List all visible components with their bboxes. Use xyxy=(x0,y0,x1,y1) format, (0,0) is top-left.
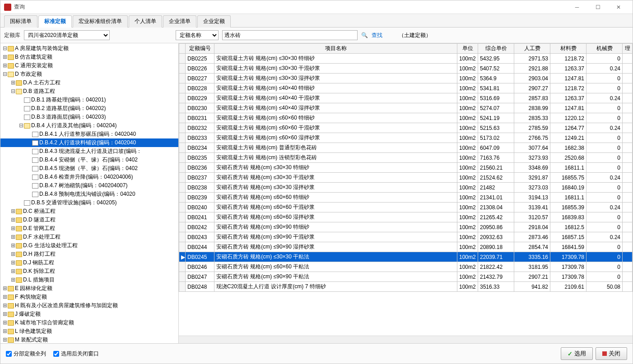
row-selector[interactable] xyxy=(179,93,186,103)
table-row[interactable]: DB0232 安砌混凝土方砖 规格(cm) ≤60×60 干混砂浆 100m2 … xyxy=(179,123,633,133)
tree-toggle-icon[interactable]: ⊞ xyxy=(10,234,16,240)
tree-toggle-icon[interactable]: ⊞ xyxy=(2,311,8,317)
library-select[interactable]: 四川省2020清单定额 xyxy=(24,30,110,40)
tree-node[interactable]: D.B.4.4 安砌侧（平、缘）石(编码：0402 xyxy=(0,156,178,164)
table-row[interactable]: DB0248 现浇C20混凝土人行道 设计厚度(cm) 7 特细砂 100m2 … xyxy=(179,282,633,292)
tree-node[interactable]: ⊞E 园林绿化定额 xyxy=(0,284,178,293)
table-row[interactable]: DB0239 安砌石质方砖 规格(cm) ≤60×60 特细砂 100m2 21… xyxy=(179,193,633,203)
row-selector[interactable] xyxy=(179,163,186,173)
tree-node[interactable]: ⊞J 爆破定额 xyxy=(0,310,178,318)
table-row[interactable]: DB0226 安砌混凝土方砖 规格(cm) ≤30×30 干混砂浆 100m2 … xyxy=(179,64,633,74)
tree-node[interactable]: ⊞D.J 钢筋工程 xyxy=(0,258,178,267)
col-header[interactable]: 综合单价 xyxy=(478,44,514,54)
table-row[interactable]: DB0244 安砌石质方砖 规格(cm) ≤90×90 湿拌砂浆 100m2 2… xyxy=(179,242,633,252)
col-header[interactable]: 材料费 xyxy=(550,44,586,54)
tree-node[interactable]: D.B.5 交通管理设施(编码：040205) xyxy=(0,198,178,207)
tree-node[interactable]: ⊞D.L 措施项目 xyxy=(0,276,178,284)
tree-node[interactable]: D.B.4.6 检查井升降(编码：040204006) xyxy=(0,173,178,181)
tree-toggle-icon[interactable]: ⊞ xyxy=(10,259,16,266)
tree-toggle-icon[interactable]: ⊞ xyxy=(2,319,8,326)
tree-toggle-icon[interactable]: ⊞ xyxy=(10,217,16,223)
table-row[interactable]: DB0243 安砌石质方砖 规格(cm) ≤90×90 干混砂浆 100m2 2… xyxy=(179,232,633,242)
col-header[interactable]: 定额编号 xyxy=(186,44,214,54)
table-row[interactable]: DB0234 安砌混凝土方砖 规格(cm) 普通型彩色花砖 100m2 6047… xyxy=(179,143,633,153)
tree-node[interactable]: ⊟D.B.4 人行道及其他(编码：040204) xyxy=(0,121,178,130)
table-row[interactable]: DB0238 安砌石质方砖 规格(cm) ≤30×30 湿拌砂浆 100m2 2… xyxy=(179,183,633,193)
tree-node[interactable]: ⊞K 城市地下综合管廊定额 xyxy=(0,318,178,327)
table-row[interactable]: DB0241 安砌石质方砖 规格(cm) ≤60×60 湿拌砂浆 100m2 2… xyxy=(179,212,633,222)
tree-node[interactable]: ⊞D.K 拆除工程 xyxy=(0,267,178,276)
tree-node[interactable]: ⊞D.A 土石方工程 xyxy=(0,78,178,87)
col-header[interactable]: 理 xyxy=(623,44,633,54)
tree-node[interactable]: D.B.4.7 树池砌筑(编码：040204007) xyxy=(0,181,178,190)
row-selector[interactable] xyxy=(179,173,186,183)
search-input[interactable] xyxy=(222,30,358,40)
tree-node[interactable]: ⊞F 构筑物定额 xyxy=(0,293,178,301)
row-selector[interactable] xyxy=(179,222,186,232)
tree-node[interactable]: ⊞D.E 管网工程 xyxy=(0,224,178,233)
maximize-button[interactable]: ☐ xyxy=(587,0,608,14)
search-link[interactable]: 查找 xyxy=(372,32,382,39)
row-selector[interactable] xyxy=(179,242,186,252)
checkbox-close-after[interactable]: 选用后关闭窗口 xyxy=(53,350,99,358)
select-button[interactable]: ✓ 选用 xyxy=(561,347,593,360)
search-icon[interactable]: 🔍 xyxy=(361,32,368,38)
tree-toggle-icon[interactable]: ⊞ xyxy=(2,294,8,300)
tab-1[interactable]: 标准定额 xyxy=(38,15,72,28)
tree-toggle-icon[interactable]: ⊟ xyxy=(19,122,24,129)
tree-node[interactable]: D.B.3 道路面层(编码：040203) xyxy=(0,113,178,121)
close-button[interactable]: ✕ xyxy=(608,0,629,14)
tree-node[interactable]: D.B.1 路基处理(编码：040201) xyxy=(0,96,178,104)
row-selector[interactable] xyxy=(179,54,186,64)
tab-5[interactable]: 企业定额 xyxy=(197,15,231,28)
checkbox-all-quota[interactable]: 分部定额全列 xyxy=(6,350,46,358)
tree-toggle-icon[interactable]: ⊞ xyxy=(2,54,8,60)
tree-node[interactable]: ⊞D.F 水处理工程 xyxy=(0,233,178,241)
table-row[interactable]: DB0231 安砌混凝土方砖 规格(cm) ≤60×60 特细砂 100m2 5… xyxy=(179,113,633,123)
checkbox-all-quota-input[interactable] xyxy=(6,351,12,357)
table-row[interactable]: DB0240 安砌石质方砖 规格(cm) ≤60×60 干混砂浆 100m2 2… xyxy=(179,203,633,212)
tree-toggle-icon[interactable]: ⊟ xyxy=(10,88,16,94)
table-row[interactable]: ▶ DB0245 安砌石质方砖 规格(cm) ≤30×30 干粘法 100m2 … xyxy=(179,252,633,262)
tab-3[interactable]: 个人清单 xyxy=(129,15,162,28)
tree-node[interactable]: ⊞H 既有及小区改造房屋建筑维修与加固定额 xyxy=(0,301,178,310)
tab-4[interactable]: 企业清单 xyxy=(163,15,196,28)
table-row[interactable]: DB0236 安砌石质方砖 规格(cm) ≤30×30 特细砂 100m2 21… xyxy=(179,163,633,173)
row-selector[interactable]: ▶ xyxy=(179,252,186,262)
table-row[interactable]: DB0227 安砌混凝土方砖 规格(cm) ≤30×30 湿拌砂浆 100m2 … xyxy=(179,74,633,83)
tree-node[interactable]: D.B.4.5 现浇侧（平、缘）石(编码：0402 xyxy=(0,164,178,173)
minimize-button[interactable]: ─ xyxy=(567,0,587,14)
filter-type-select[interactable]: 定额名称 xyxy=(176,30,219,40)
tree-toggle-icon[interactable]: ⊞ xyxy=(2,336,8,343)
row-selector[interactable] xyxy=(179,64,186,74)
tree-toggle-icon[interactable]: ⊞ xyxy=(2,62,8,69)
table-row[interactable]: DB0242 安砌石质方砖 规格(cm) ≤90×90 特细砂 100m2 20… xyxy=(179,222,633,232)
tree-toggle-icon[interactable]: ⊞ xyxy=(10,225,16,231)
row-selector[interactable] xyxy=(179,133,186,143)
tree-toggle-icon[interactable]: ⊟ xyxy=(2,71,8,77)
tree-node[interactable]: ⊞C 通用安装定额 xyxy=(0,61,178,70)
table-row[interactable]: DB0230 安砌混凝土方砖 规格(cm) ≤40×40 湿拌砂浆 100m2 … xyxy=(179,103,633,113)
tree-node[interactable]: ⊟D 市政定额 xyxy=(0,70,178,78)
tree-node[interactable]: ⊞D.D 隧道工程 xyxy=(0,216,178,224)
row-selector[interactable] xyxy=(179,123,186,133)
row-selector[interactable] xyxy=(179,272,186,282)
col-header[interactable]: 机械费 xyxy=(586,44,623,54)
col-header[interactable]: 人工费 xyxy=(514,44,550,54)
col-header[interactable]: 单位 xyxy=(457,44,478,54)
table-row[interactable]: DB0233 安砌混凝土方砖 规格(cm) ≤60×60 湿拌砂浆 100m2 … xyxy=(179,133,633,143)
tree-node[interactable]: ⊞D.G 生活垃圾处理工程 xyxy=(0,241,178,250)
tree-toggle-icon[interactable]: ⊞ xyxy=(10,251,16,257)
table-row[interactable]: DB0237 安砌石质方砖 规格(cm) ≤30×30 干混砂浆 100m2 2… xyxy=(179,173,633,183)
row-selector[interactable] xyxy=(179,203,186,212)
row-selector[interactable] xyxy=(179,83,186,93)
tree-toggle-icon[interactable]: ⊞ xyxy=(10,208,16,214)
tree-node[interactable]: ⊞D.C 桥涵工程 xyxy=(0,207,178,216)
tree-toggle-icon[interactable]: ⊞ xyxy=(10,79,16,86)
tree-node[interactable]: D.B.4.3 现浇混凝土人行道及进口坡(编码： xyxy=(0,147,178,156)
col-header[interactable]: 项目名称 xyxy=(214,44,457,54)
row-selector[interactable] xyxy=(179,193,186,203)
tree-node[interactable]: D.B.4.2 人行道块料铺设(编码：0402040 xyxy=(0,138,178,147)
tree-node[interactable]: D.B.2 道路基层(编码：040202) xyxy=(0,104,178,113)
tree-toggle-icon[interactable]: ⊞ xyxy=(2,285,8,291)
